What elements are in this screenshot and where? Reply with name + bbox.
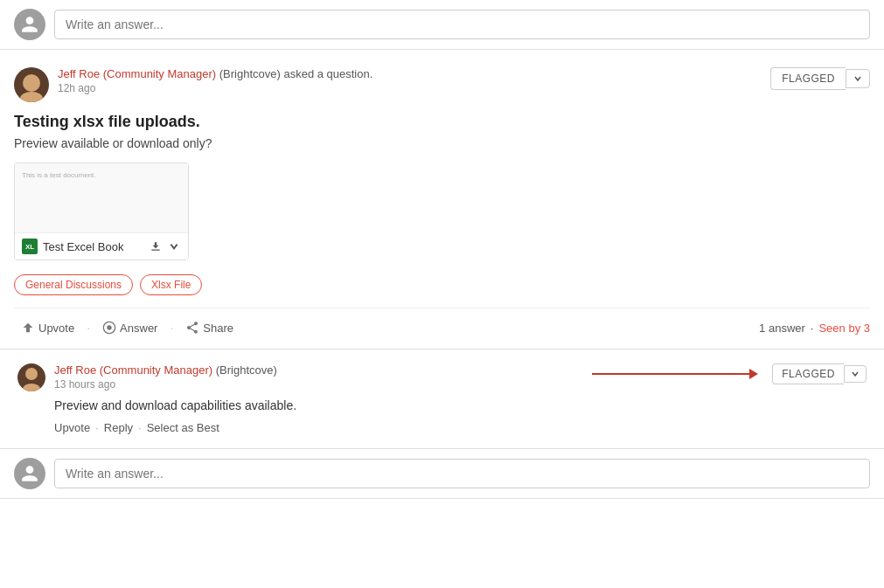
- tags-row: General Discussions Xlsx File: [14, 274, 870, 295]
- file-thumbnail: This is a test document.: [15, 163, 188, 233]
- post-actions: Upvote · Answer · Share 1 answer · Seen …: [14, 308, 870, 349]
- answer-label: Answer: [120, 322, 157, 335]
- reply-author-avatar: [17, 363, 45, 391]
- seen-by: Seen by 3: [818, 322, 870, 335]
- download-icon: [150, 240, 162, 252]
- reply-actions: Upvote · Reply · Select as Best: [54, 421, 867, 434]
- stats-separator: ·: [811, 322, 814, 335]
- separator-2: ·: [170, 321, 173, 335]
- reply-reply-button[interactable]: Reply: [104, 421, 133, 434]
- reply-author-info: Jeff Roe (Community Manager) (Brightcove…: [54, 363, 277, 391]
- flagged-dropdown-button[interactable]: [846, 69, 870, 88]
- user-icon: [20, 15, 39, 34]
- reply-dot-2: ·: [138, 421, 142, 434]
- red-arrow-annotation: [592, 369, 758, 379]
- upvote-button[interactable]: Upvote: [14, 317, 81, 338]
- upvote-icon: [21, 321, 35, 335]
- reply-section: Jeff Roe (Community Manager) (Brightcove…: [0, 349, 884, 449]
- reply-meta: Jeff Roe (Community Manager) (Brightcove…: [54, 363, 277, 377]
- excel-icon: XL: [22, 239, 38, 254]
- arrow-head: [749, 369, 758, 379]
- reply-dot-1: ·: [95, 421, 99, 434]
- file-preview-card: This is a test document. XL Test Excel B…: [14, 163, 189, 260]
- reply-select-best-button[interactable]: Select as Best: [147, 421, 219, 434]
- file-download-button[interactable]: [148, 239, 164, 254]
- tag-xlsx-file[interactable]: Xlsx File: [140, 274, 202, 295]
- reply-author-org: (Brightcove): [216, 363, 277, 377]
- file-more-button[interactable]: [167, 239, 181, 253]
- bottom-answer-bar: [0, 449, 884, 499]
- share-label: Share: [203, 322, 233, 335]
- reply-header: Jeff Roe (Community Manager) (Brightcove…: [17, 363, 867, 391]
- file-footer: XL Test Excel Book: [15, 233, 188, 259]
- post-body: Preview available or download only?: [14, 136, 870, 150]
- reply-header-right: FLAGGED: [592, 363, 867, 384]
- top-answer-input[interactable]: [54, 10, 870, 39]
- answer-count: 1 answer: [759, 322, 805, 335]
- author-name-link[interactable]: Jeff Roe (Community Manager): [58, 67, 216, 80]
- upvote-label: Upvote: [38, 322, 74, 335]
- reply-timestamp: 13 hours ago: [54, 378, 277, 391]
- arrow-line: [592, 373, 749, 375]
- reply-author-name-link[interactable]: Jeff Roe (Community Manager): [54, 363, 212, 377]
- post-author-info: Jeff Roe (Community Manager) (Brightcove…: [58, 67, 372, 94]
- svg-point-1: [107, 325, 111, 329]
- flagged-badge: FLAGGED: [770, 67, 870, 90]
- answer-icon: [102, 321, 116, 335]
- file-actions: [148, 239, 181, 254]
- author-org: (Brightcove) asked a question.: [219, 67, 373, 80]
- file-name: Test Excel Book: [43, 240, 143, 253]
- post-timestamp: 12h ago: [58, 82, 372, 94]
- post-meta: Jeff Roe (Community Manager) (Brightcove…: [58, 67, 372, 80]
- flagged-button[interactable]: FLAGGED: [770, 67, 846, 90]
- tag-general-discussions[interactable]: General Discussions: [14, 274, 133, 295]
- post-stats: 1 answer · Seen by 3: [759, 322, 870, 335]
- share-button[interactable]: Share: [178, 317, 240, 338]
- top-answer-bar: [0, 0, 884, 50]
- reply-flagged-button[interactable]: FLAGGED: [772, 363, 844, 384]
- post-header: Jeff Roe (Community Manager) (Brightcove…: [14, 67, 870, 102]
- share-icon: [185, 321, 199, 335]
- reply-body: Preview and download capabilities availa…: [54, 398, 867, 412]
- top-avatar: [14, 9, 45, 40]
- post-header-left: Jeff Roe (Community Manager) (Brightcove…: [14, 67, 372, 102]
- main-post: Jeff Roe (Community Manager) (Brightcove…: [0, 50, 884, 349]
- thumbnail-text: This is a test document.: [22, 170, 95, 182]
- post-title: Testing xlsx file uploads.: [14, 113, 870, 131]
- reply-flagged-dropdown[interactable]: [844, 365, 867, 383]
- author-avatar: [14, 67, 49, 102]
- chevron-down-small-icon: [169, 241, 179, 252]
- chevron-down-icon: [853, 74, 862, 83]
- bottom-answer-input[interactable]: [54, 459, 870, 488]
- reply-chevron-down-icon: [851, 370, 860, 378]
- reply-upvote-button[interactable]: Upvote: [54, 421, 90, 434]
- answer-button[interactable]: Answer: [95, 317, 164, 338]
- separator-1: ·: [87, 321, 90, 335]
- bottom-user-icon: [20, 464, 39, 483]
- reply-header-left: Jeff Roe (Community Manager) (Brightcove…: [17, 363, 277, 391]
- bottom-avatar: [14, 458, 45, 489]
- reply-flagged-badge: FLAGGED: [772, 363, 867, 384]
